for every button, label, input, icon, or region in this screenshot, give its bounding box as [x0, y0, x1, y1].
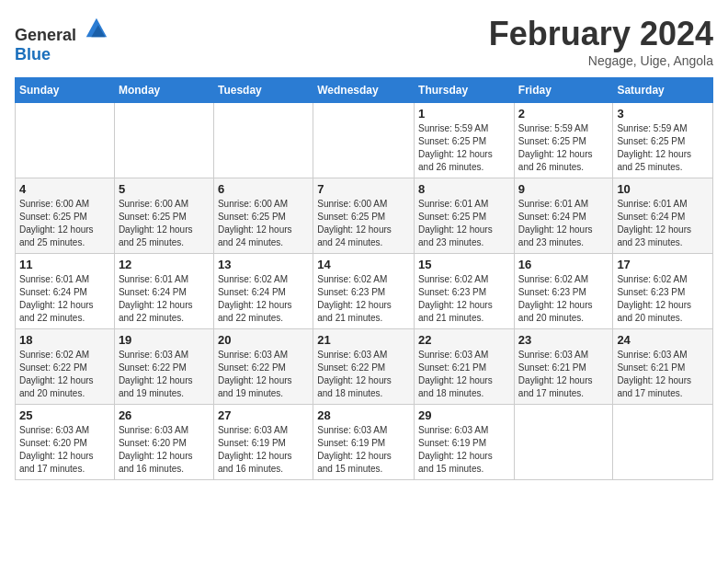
- day-info: Sunrise: 5:59 AM Sunset: 6:25 PM Dayligh…: [518, 122, 609, 174]
- day-number: 18: [19, 333, 110, 347]
- day-info: Sunrise: 6:03 AM Sunset: 6:21 PM Dayligh…: [617, 349, 709, 400]
- day-number: 8: [418, 182, 510, 196]
- day-info: Sunrise: 6:01 AM Sunset: 6:24 PM Dayligh…: [119, 273, 210, 325]
- day-header-friday: Friday: [514, 78, 613, 103]
- calendar-cell: [514, 405, 613, 480]
- logo-blue-text: Blue: [15, 45, 51, 63]
- calendar-cell: 24Sunrise: 6:03 AM Sunset: 6:21 PM Dayli…: [613, 329, 713, 405]
- calendar-week-3: 11Sunrise: 6:01 AM Sunset: 6:24 PM Dayli…: [16, 254, 713, 329]
- day-number: 27: [218, 408, 309, 422]
- calendar-cell: 16Sunrise: 6:02 AM Sunset: 6:23 PM Dayli…: [514, 254, 613, 329]
- day-info: Sunrise: 6:03 AM Sunset: 6:19 PM Dayligh…: [418, 424, 510, 476]
- day-info: Sunrise: 6:01 AM Sunset: 6:24 PM Dayligh…: [19, 273, 110, 325]
- calendar-cell: 21Sunrise: 6:03 AM Sunset: 6:22 PM Dayli…: [313, 329, 415, 405]
- day-info: Sunrise: 6:03 AM Sunset: 6:19 PM Dayligh…: [317, 424, 410, 476]
- calendar-cell: 3Sunrise: 5:59 AM Sunset: 6:25 PM Daylig…: [613, 103, 713, 178]
- calendar-cell: 6Sunrise: 6:00 AM Sunset: 6:25 PM Daylig…: [213, 178, 313, 254]
- day-number: 24: [617, 333, 709, 347]
- calendar-cell: 26Sunrise: 6:03 AM Sunset: 6:20 PM Dayli…: [114, 405, 213, 480]
- day-number: 14: [317, 258, 410, 271]
- day-info: Sunrise: 6:00 AM Sunset: 6:25 PM Dayligh…: [119, 198, 210, 249]
- logo-general-text: General: [15, 26, 76, 44]
- day-info: Sunrise: 6:02 AM Sunset: 6:23 PM Dayligh…: [418, 273, 510, 325]
- day-header-thursday: Thursday: [415, 78, 515, 103]
- calendar-cell: 4Sunrise: 6:00 AM Sunset: 6:25 PM Daylig…: [16, 178, 115, 254]
- calendar-cell: 7Sunrise: 6:00 AM Sunset: 6:25 PM Daylig…: [313, 178, 415, 254]
- calendar-table: SundayMondayTuesdayWednesdayThursdayFrid…: [15, 77, 713, 480]
- calendar-cell: 27Sunrise: 6:03 AM Sunset: 6:19 PM Dayli…: [213, 405, 313, 480]
- calendar-cell: [613, 405, 713, 480]
- day-info: Sunrise: 6:01 AM Sunset: 6:25 PM Dayligh…: [418, 198, 510, 249]
- calendar-cell: 1Sunrise: 5:59 AM Sunset: 6:25 PM Daylig…: [415, 103, 515, 178]
- day-info: Sunrise: 6:00 AM Sunset: 6:25 PM Dayligh…: [218, 198, 309, 249]
- calendar-cell: 29Sunrise: 6:03 AM Sunset: 6:19 PM Dayli…: [415, 405, 515, 480]
- day-number: 20: [218, 333, 309, 347]
- header: General Blue February 2024 Negage, Uige,…: [15, 15, 713, 68]
- day-number: 7: [317, 182, 410, 196]
- calendar-cell: [313, 103, 415, 178]
- calendar-cell: 2Sunrise: 5:59 AM Sunset: 6:25 PM Daylig…: [514, 103, 613, 178]
- day-info: Sunrise: 6:03 AM Sunset: 6:22 PM Dayligh…: [119, 349, 210, 400]
- calendar-title: February 2024: [489, 15, 713, 53]
- calendar-week-2: 4Sunrise: 6:00 AM Sunset: 6:25 PM Daylig…: [16, 178, 713, 254]
- day-header-saturday: Saturday: [613, 78, 713, 103]
- day-number: 28: [317, 408, 410, 422]
- calendar-cell: 11Sunrise: 6:01 AM Sunset: 6:24 PM Dayli…: [16, 254, 115, 329]
- day-number: 10: [617, 182, 709, 196]
- day-info: Sunrise: 6:00 AM Sunset: 6:25 PM Dayligh…: [19, 198, 110, 249]
- calendar-cell: [114, 103, 213, 178]
- day-info: Sunrise: 5:59 AM Sunset: 6:25 PM Dayligh…: [617, 122, 709, 174]
- day-info: Sunrise: 6:02 AM Sunset: 6:23 PM Dayligh…: [617, 273, 709, 325]
- calendar-cell: 25Sunrise: 6:03 AM Sunset: 6:20 PM Dayli…: [16, 405, 115, 480]
- day-info: Sunrise: 6:01 AM Sunset: 6:24 PM Dayligh…: [518, 198, 609, 249]
- calendar-cell: 5Sunrise: 6:00 AM Sunset: 6:25 PM Daylig…: [114, 178, 213, 254]
- calendar-cell: 13Sunrise: 6:02 AM Sunset: 6:24 PM Dayli…: [213, 254, 313, 329]
- day-number: 12: [119, 258, 210, 271]
- day-header-tuesday: Tuesday: [213, 78, 313, 103]
- day-info: Sunrise: 6:03 AM Sunset: 6:20 PM Dayligh…: [19, 424, 110, 476]
- day-number: 13: [218, 258, 309, 271]
- day-info: Sunrise: 6:03 AM Sunset: 6:21 PM Dayligh…: [418, 349, 510, 400]
- calendar-cell: 22Sunrise: 6:03 AM Sunset: 6:21 PM Dayli…: [415, 329, 515, 405]
- calendar-cell: 18Sunrise: 6:02 AM Sunset: 6:22 PM Dayli…: [16, 329, 115, 405]
- day-number: 21: [317, 333, 410, 347]
- day-info: Sunrise: 6:02 AM Sunset: 6:23 PM Dayligh…: [317, 273, 410, 325]
- logo: General Blue: [15, 15, 108, 64]
- calendar-cell: 20Sunrise: 6:03 AM Sunset: 6:22 PM Dayli…: [213, 329, 313, 405]
- day-info: Sunrise: 6:02 AM Sunset: 6:23 PM Dayligh…: [518, 273, 609, 325]
- day-number: 4: [19, 182, 110, 196]
- day-number: 2: [518, 107, 609, 121]
- day-number: 11: [19, 258, 110, 271]
- day-header-monday: Monday: [114, 78, 213, 103]
- calendar-cell: 10Sunrise: 6:01 AM Sunset: 6:24 PM Dayli…: [613, 178, 713, 254]
- day-number: 1: [418, 107, 510, 121]
- calendar-cell: [213, 103, 313, 178]
- day-info: Sunrise: 5:59 AM Sunset: 6:25 PM Dayligh…: [418, 122, 510, 174]
- calendar-week-1: 1Sunrise: 5:59 AM Sunset: 6:25 PM Daylig…: [16, 103, 713, 178]
- calendar-week-4: 18Sunrise: 6:02 AM Sunset: 6:22 PM Dayli…: [16, 329, 713, 405]
- calendar-cell: 19Sunrise: 6:03 AM Sunset: 6:22 PM Dayli…: [114, 329, 213, 405]
- day-number: 26: [119, 408, 210, 422]
- day-header-sunday: Sunday: [16, 78, 115, 103]
- day-header-wednesday: Wednesday: [313, 78, 415, 103]
- calendar-week-5: 25Sunrise: 6:03 AM Sunset: 6:20 PM Dayli…: [16, 405, 713, 480]
- calendar-cell: 28Sunrise: 6:03 AM Sunset: 6:19 PM Dayli…: [313, 405, 415, 480]
- calendar-cell: 17Sunrise: 6:02 AM Sunset: 6:23 PM Dayli…: [613, 254, 713, 329]
- day-number: 25: [19, 408, 110, 422]
- day-number: 23: [518, 333, 609, 347]
- day-info: Sunrise: 6:02 AM Sunset: 6:22 PM Dayligh…: [19, 349, 110, 400]
- calendar-cell: [16, 103, 115, 178]
- title-area: February 2024 Negage, Uige, Angola: [489, 15, 713, 68]
- day-number: 22: [418, 333, 510, 347]
- day-number: 3: [617, 107, 709, 121]
- day-number: 29: [418, 408, 510, 422]
- logo-icon: [83, 15, 108, 40]
- calendar-cell: 12Sunrise: 6:01 AM Sunset: 6:24 PM Dayli…: [114, 254, 213, 329]
- calendar-subtitle: Negage, Uige, Angola: [489, 53, 713, 68]
- day-number: 17: [617, 258, 709, 271]
- day-number: 19: [119, 333, 210, 347]
- day-number: 6: [218, 182, 309, 196]
- day-number: 5: [119, 182, 210, 196]
- day-info: Sunrise: 6:03 AM Sunset: 6:22 PM Dayligh…: [317, 349, 410, 400]
- day-number: 15: [418, 258, 510, 271]
